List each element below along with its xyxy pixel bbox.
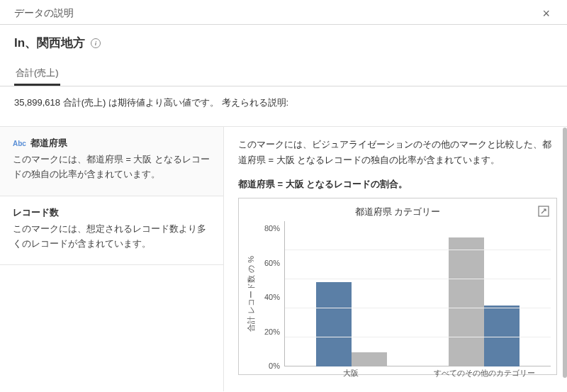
card-body: このマークには、都道府県 = 大阪 となるレコードの独自の比率が含まれています。 bbox=[13, 152, 210, 183]
explanations-panel: Abc 都道府県 このマークには、都道府県 = 大阪 となるレコードの独自の比率… bbox=[0, 127, 224, 391]
scrollbar-thumb[interactable] bbox=[563, 128, 567, 378]
bar-blue bbox=[316, 282, 352, 366]
page-title-text: In、関西地方 bbox=[14, 35, 85, 51]
y-axis-label: 合計 レコード数 の % bbox=[246, 256, 257, 332]
dialog-header: データの説明 × bbox=[0, 0, 567, 25]
y-tick: 0% bbox=[269, 362, 280, 370]
abc-icon: Abc bbox=[13, 140, 26, 147]
x-axis-labels: 大阪 すべてのその他のカテゴリー bbox=[284, 366, 551, 379]
chart-container: 都道府県 カテゴリー 合計 レコード数 の % 80% 60% 40% 20% … bbox=[238, 198, 557, 375]
bar-group bbox=[285, 221, 418, 366]
y-axis-ticks: 80% 60% 40% 20% 0% bbox=[257, 221, 283, 366]
bar-gray bbox=[352, 352, 387, 367]
y-tick: 20% bbox=[264, 328, 280, 336]
gridline bbox=[285, 308, 551, 308]
dialog-title: データの説明 bbox=[14, 7, 74, 20]
explanation-card-record-count[interactable]: レコード数 このマークには、想定されるレコード数より多くのレコードが含まれていま… bbox=[0, 196, 223, 266]
card-title-row: Abc 都道府県 bbox=[13, 137, 210, 150]
detail-panel: このマークには、ビジュアライゼーションのその他のマークと比較した、都道府県 = … bbox=[224, 127, 567, 391]
gridline bbox=[285, 250, 551, 250]
explanation-card-prefecture[interactable]: Abc 都道府県 このマークには、都道府県 = 大阪 となるレコードの独自の比率… bbox=[0, 127, 223, 196]
card-title-row: レコード数 bbox=[13, 206, 210, 219]
chart-plot bbox=[284, 221, 551, 366]
y-tick: 40% bbox=[264, 293, 280, 301]
y-axis-label-wrap: 合計 レコード数 の % bbox=[245, 221, 257, 366]
card-body: このマークには、想定されるレコード数より多くのレコードが含まれています。 bbox=[13, 222, 210, 252]
summary-line: 35,899,618 合計(売上) は期待値より高い値です。 考えられる説明: bbox=[0, 86, 567, 127]
card-title: レコード数 bbox=[13, 206, 59, 219]
content-row: Abc 都道府県 このマークには、都道府県 = 大阪 となるレコードの独自の比率… bbox=[0, 127, 567, 391]
chart-area: 合計 レコード数 の % 80% 60% 40% 20% 0% bbox=[245, 221, 551, 366]
chart-title: 都道府県 カテゴリー bbox=[245, 204, 551, 218]
bar-group bbox=[418, 221, 551, 366]
subheader: In、関西地方 i bbox=[0, 25, 567, 51]
gridline bbox=[285, 279, 551, 279]
detail-description: このマークには、ビジュアライゼーションのその他のマークと比較した、都道府県 = … bbox=[238, 137, 557, 168]
bar-gray bbox=[449, 237, 484, 366]
gridline bbox=[285, 337, 551, 337]
tab-sum-sales[interactable]: 合計(売上) bbox=[14, 62, 60, 86]
expand-chart-icon[interactable] bbox=[538, 206, 549, 217]
page-title: In、関西地方 i bbox=[14, 35, 553, 51]
tabs-row: 合計(売上) bbox=[0, 62, 567, 86]
bar-groups bbox=[285, 221, 551, 366]
x-tick: 大阪 bbox=[284, 368, 417, 379]
close-icon[interactable]: × bbox=[539, 6, 553, 21]
y-tick: 80% bbox=[264, 225, 280, 233]
card-title: 都道府県 bbox=[30, 137, 67, 150]
bar-blue bbox=[484, 306, 520, 366]
y-tick: 60% bbox=[264, 259, 280, 267]
x-tick: すべてのその他のカテゴリー bbox=[417, 368, 551, 379]
info-icon[interactable]: i bbox=[91, 38, 101, 48]
detail-subtitle: 都道府県 = 大阪 となるレコードの割合。 bbox=[238, 178, 557, 191]
